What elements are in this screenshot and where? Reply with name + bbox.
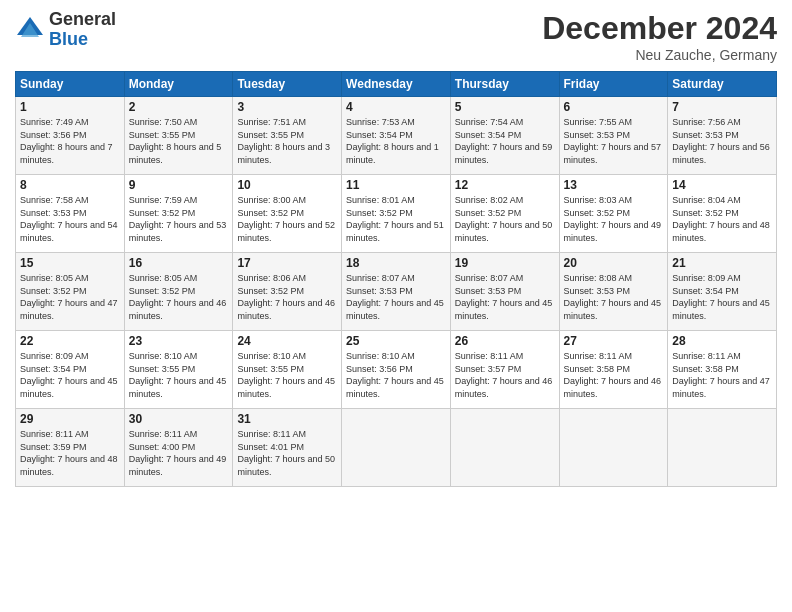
day-cell: 29 Sunrise: 8:11 AMSunset: 3:59 PMDaylig… <box>16 409 125 487</box>
day-number: 5 <box>455 100 555 114</box>
day-cell: 23 Sunrise: 8:10 AMSunset: 3:55 PMDaylig… <box>124 331 233 409</box>
day-cell: 12 Sunrise: 8:02 AMSunset: 3:52 PMDaylig… <box>450 175 559 253</box>
day-cell: 20 Sunrise: 8:08 AMSunset: 3:53 PMDaylig… <box>559 253 668 331</box>
day-info: Sunrise: 8:09 AMSunset: 3:54 PMDaylight:… <box>20 351 118 399</box>
day-info: Sunrise: 8:02 AMSunset: 3:52 PMDaylight:… <box>455 195 553 243</box>
day-info: Sunrise: 7:59 AMSunset: 3:52 PMDaylight:… <box>129 195 227 243</box>
day-info: Sunrise: 8:11 AMSunset: 4:00 PMDaylight:… <box>129 429 227 477</box>
day-number: 10 <box>237 178 337 192</box>
day-info: Sunrise: 7:49 AMSunset: 3:56 PMDaylight:… <box>20 117 113 165</box>
day-info: Sunrise: 7:58 AMSunset: 3:53 PMDaylight:… <box>20 195 118 243</box>
day-number: 4 <box>346 100 446 114</box>
day-number: 9 <box>129 178 229 192</box>
day-cell: 3 Sunrise: 7:51 AMSunset: 3:55 PMDayligh… <box>233 97 342 175</box>
day-info: Sunrise: 8:11 AMSunset: 3:59 PMDaylight:… <box>20 429 118 477</box>
day-number: 19 <box>455 256 555 270</box>
day-number: 26 <box>455 334 555 348</box>
week-row-3: 15 Sunrise: 8:05 AMSunset: 3:52 PMDaylig… <box>16 253 777 331</box>
day-info: Sunrise: 8:07 AMSunset: 3:53 PMDaylight:… <box>455 273 553 321</box>
header: General Blue December 2024 Neu Zauche, G… <box>15 10 777 63</box>
day-info: Sunrise: 8:07 AMSunset: 3:53 PMDaylight:… <box>346 273 444 321</box>
day-cell: 16 Sunrise: 8:05 AMSunset: 3:52 PMDaylig… <box>124 253 233 331</box>
day-number: 27 <box>564 334 664 348</box>
col-sunday: Sunday <box>16 72 125 97</box>
day-number: 6 <box>564 100 664 114</box>
day-cell: 13 Sunrise: 8:03 AMSunset: 3:52 PMDaylig… <box>559 175 668 253</box>
day-number: 3 <box>237 100 337 114</box>
day-number: 1 <box>20 100 120 114</box>
day-number: 11 <box>346 178 446 192</box>
calendar-table: Sunday Monday Tuesday Wednesday Thursday… <box>15 71 777 487</box>
day-info: Sunrise: 8:10 AMSunset: 3:56 PMDaylight:… <box>346 351 444 399</box>
logo-general: General <box>49 10 116 30</box>
day-number: 29 <box>20 412 120 426</box>
day-info: Sunrise: 7:51 AMSunset: 3:55 PMDaylight:… <box>237 117 330 165</box>
day-cell <box>559 409 668 487</box>
day-number: 20 <box>564 256 664 270</box>
day-number: 16 <box>129 256 229 270</box>
day-cell: 10 Sunrise: 8:00 AMSunset: 3:52 PMDaylig… <box>233 175 342 253</box>
day-number: 13 <box>564 178 664 192</box>
day-cell: 11 Sunrise: 8:01 AMSunset: 3:52 PMDaylig… <box>342 175 451 253</box>
day-cell: 2 Sunrise: 7:50 AMSunset: 3:55 PMDayligh… <box>124 97 233 175</box>
logo: General Blue <box>15 10 116 50</box>
day-cell <box>342 409 451 487</box>
day-info: Sunrise: 7:50 AMSunset: 3:55 PMDaylight:… <box>129 117 222 165</box>
day-cell: 1 Sunrise: 7:49 AMSunset: 3:56 PMDayligh… <box>16 97 125 175</box>
day-info: Sunrise: 8:03 AMSunset: 3:52 PMDaylight:… <box>564 195 662 243</box>
day-number: 25 <box>346 334 446 348</box>
day-info: Sunrise: 8:11 AMSunset: 3:58 PMDaylight:… <box>672 351 770 399</box>
day-info: Sunrise: 8:11 AMSunset: 4:01 PMDaylight:… <box>237 429 335 477</box>
day-cell: 9 Sunrise: 7:59 AMSunset: 3:52 PMDayligh… <box>124 175 233 253</box>
day-cell: 7 Sunrise: 7:56 AMSunset: 3:53 PMDayligh… <box>668 97 777 175</box>
logo-icon <box>15 15 45 45</box>
day-number: 8 <box>20 178 120 192</box>
day-number: 2 <box>129 100 229 114</box>
day-number: 7 <box>672 100 772 114</box>
day-cell: 22 Sunrise: 8:09 AMSunset: 3:54 PMDaylig… <box>16 331 125 409</box>
day-info: Sunrise: 7:56 AMSunset: 3:53 PMDaylight:… <box>672 117 770 165</box>
day-number: 21 <box>672 256 772 270</box>
day-info: Sunrise: 8:11 AMSunset: 3:57 PMDaylight:… <box>455 351 553 399</box>
day-info: Sunrise: 8:00 AMSunset: 3:52 PMDaylight:… <box>237 195 335 243</box>
day-info: Sunrise: 8:06 AMSunset: 3:52 PMDaylight:… <box>237 273 335 321</box>
month-title: December 2024 <box>542 10 777 47</box>
logo-text: General Blue <box>49 10 116 50</box>
col-monday: Monday <box>124 72 233 97</box>
day-cell: 18 Sunrise: 8:07 AMSunset: 3:53 PMDaylig… <box>342 253 451 331</box>
week-row-1: 1 Sunrise: 7:49 AMSunset: 3:56 PMDayligh… <box>16 97 777 175</box>
day-number: 23 <box>129 334 229 348</box>
day-number: 18 <box>346 256 446 270</box>
week-row-5: 29 Sunrise: 8:11 AMSunset: 3:59 PMDaylig… <box>16 409 777 487</box>
main-container: General Blue December 2024 Neu Zauche, G… <box>0 0 792 497</box>
day-cell: 17 Sunrise: 8:06 AMSunset: 3:52 PMDaylig… <box>233 253 342 331</box>
day-number: 28 <box>672 334 772 348</box>
location: Neu Zauche, Germany <box>542 47 777 63</box>
logo-blue: Blue <box>49 30 116 50</box>
day-info: Sunrise: 7:53 AMSunset: 3:54 PMDaylight:… <box>346 117 439 165</box>
day-number: 22 <box>20 334 120 348</box>
day-cell: 6 Sunrise: 7:55 AMSunset: 3:53 PMDayligh… <box>559 97 668 175</box>
day-cell: 8 Sunrise: 7:58 AMSunset: 3:53 PMDayligh… <box>16 175 125 253</box>
day-cell: 31 Sunrise: 8:11 AMSunset: 4:01 PMDaylig… <box>233 409 342 487</box>
day-number: 30 <box>129 412 229 426</box>
col-tuesday: Tuesday <box>233 72 342 97</box>
week-row-4: 22 Sunrise: 8:09 AMSunset: 3:54 PMDaylig… <box>16 331 777 409</box>
day-cell <box>450 409 559 487</box>
day-cell: 27 Sunrise: 8:11 AMSunset: 3:58 PMDaylig… <box>559 331 668 409</box>
col-wednesday: Wednesday <box>342 72 451 97</box>
day-info: Sunrise: 8:05 AMSunset: 3:52 PMDaylight:… <box>129 273 227 321</box>
day-info: Sunrise: 7:54 AMSunset: 3:54 PMDaylight:… <box>455 117 553 165</box>
day-cell: 30 Sunrise: 8:11 AMSunset: 4:00 PMDaylig… <box>124 409 233 487</box>
day-number: 14 <box>672 178 772 192</box>
day-cell: 19 Sunrise: 8:07 AMSunset: 3:53 PMDaylig… <box>450 253 559 331</box>
day-number: 24 <box>237 334 337 348</box>
col-thursday: Thursday <box>450 72 559 97</box>
day-info: Sunrise: 8:10 AMSunset: 3:55 PMDaylight:… <box>129 351 227 399</box>
day-info: Sunrise: 8:01 AMSunset: 3:52 PMDaylight:… <box>346 195 444 243</box>
day-number: 12 <box>455 178 555 192</box>
header-row: Sunday Monday Tuesday Wednesday Thursday… <box>16 72 777 97</box>
day-info: Sunrise: 8:11 AMSunset: 3:58 PMDaylight:… <box>564 351 662 399</box>
day-cell <box>668 409 777 487</box>
day-cell: 25 Sunrise: 8:10 AMSunset: 3:56 PMDaylig… <box>342 331 451 409</box>
